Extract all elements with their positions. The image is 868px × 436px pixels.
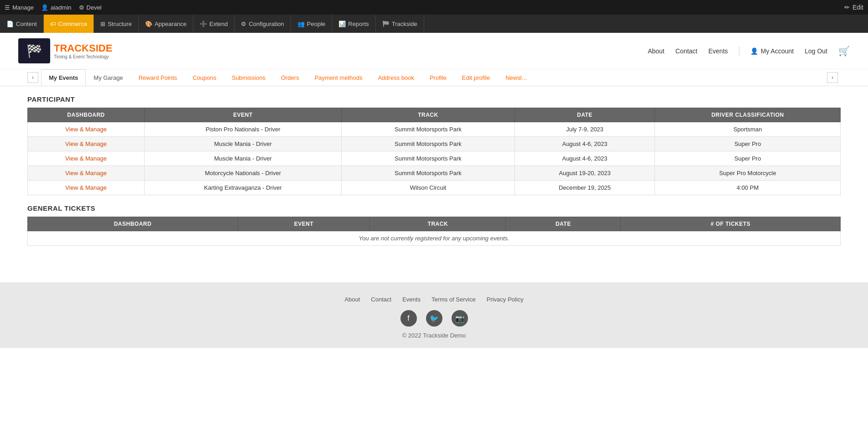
tab-my-events[interactable]: My Events bbox=[41, 69, 86, 86]
footer-about[interactable]: About bbox=[344, 296, 360, 303]
logout-link[interactable]: Log Out bbox=[805, 47, 827, 55]
footer-nav: About Contact Events Terms of Service Pr… bbox=[0, 296, 868, 303]
cart-icon[interactable]: 🛒 bbox=[838, 46, 850, 57]
view-manage-link[interactable]: View & Manage bbox=[65, 126, 107, 133]
view-manage-link[interactable]: View & Manage bbox=[65, 170, 107, 176]
nav-content[interactable]: 📄 Content bbox=[0, 15, 44, 33]
my-account-label: My Account bbox=[761, 47, 794, 55]
manage-menu[interactable]: ☰ Manage bbox=[5, 4, 34, 11]
pencil-icon: ✏ bbox=[844, 4, 850, 11]
date-cell: August 4-6, 2023 bbox=[515, 151, 655, 166]
footer-copyright: © 2022 Trackside Demo bbox=[0, 332, 868, 339]
tab-address-book[interactable]: Address book bbox=[370, 69, 422, 86]
logo-text: TRACKSIDE bbox=[54, 42, 112, 54]
nav-structure[interactable]: ⊞ Structure bbox=[94, 15, 139, 33]
table-row: View & Manage Karting Extravaganza - Dri… bbox=[28, 181, 841, 195]
tab-reward-points[interactable]: Reward Points bbox=[131, 69, 185, 86]
facebook-icon[interactable]: f bbox=[400, 310, 417, 327]
classification-cell: Super Pro bbox=[655, 151, 841, 166]
twitter-icon[interactable]: 🐦 bbox=[426, 310, 442, 327]
event-cell: Karting Extravaganza - Driver bbox=[145, 181, 342, 195]
tickets-header-dashboard: DASHBOARD bbox=[28, 217, 238, 231]
reports-icon: 📊 bbox=[338, 21, 346, 27]
nav-configuration[interactable]: ⚙ Configuration bbox=[234, 15, 291, 33]
date-cell: August 4-6, 2023 bbox=[515, 137, 655, 151]
nav-trackside[interactable]: 🏁 Trackside bbox=[376, 15, 424, 33]
view-manage-link[interactable]: View & Manage bbox=[65, 155, 107, 162]
event-cell: Muscle Mania - Driver bbox=[145, 137, 342, 151]
classification-cell: 4:00 PM bbox=[655, 181, 841, 195]
nav-events-link[interactable]: Events bbox=[708, 47, 728, 55]
classification-cell: Super Pro Motorcycle bbox=[655, 166, 841, 181]
tab-my-garage[interactable]: My Garage bbox=[86, 69, 130, 86]
account-tabs: My Events My Garage Reward Points Coupon… bbox=[41, 69, 827, 86]
track-cell: Summit Motorsports Park bbox=[342, 166, 515, 181]
user-menu[interactable]: 👤 aiadmin bbox=[41, 4, 72, 11]
configuration-icon: ⚙ bbox=[241, 21, 246, 27]
table-row: View & Manage Motorcycle Nationals - Dri… bbox=[28, 166, 841, 181]
participant-header-classification: DRIVER CLASSIFICATION bbox=[655, 108, 841, 122]
track-cell: Summit Motorsports Park bbox=[342, 122, 515, 137]
classification-cell: Super Pro bbox=[655, 137, 841, 151]
devel-icon: ⚙ bbox=[79, 4, 84, 11]
nav-appearance[interactable]: 🎨 Appearance bbox=[139, 15, 193, 33]
participant-header-event: EVENT bbox=[145, 108, 342, 122]
commerce-icon: 🏷 bbox=[50, 21, 56, 27]
general-tickets-section: GENERAL TICKETS DASHBOARD EVENT TRACK DA… bbox=[27, 204, 841, 246]
nav-about-link[interactable]: About bbox=[648, 47, 665, 55]
view-manage-link[interactable]: View & Manage bbox=[65, 184, 107, 191]
logo: 🏁 TRACKSIDE Timing & Event Technology bbox=[18, 38, 112, 63]
nav-commerce[interactable]: 🏷 Commerce bbox=[44, 15, 94, 33]
devel-menu[interactable]: ⚙ Devel bbox=[79, 4, 102, 11]
event-cell: Muscle Mania - Driver bbox=[145, 151, 342, 166]
event-cell: Piston Pro Nationals - Driver bbox=[145, 122, 342, 137]
nav-people[interactable]: 👥 People bbox=[291, 15, 332, 33]
tab-edit-profile[interactable]: Edit profile bbox=[454, 69, 498, 86]
classification-cell: Sportsman bbox=[655, 122, 841, 137]
instagram-icon[interactable]: 📷 bbox=[452, 310, 468, 327]
menu-icon: ☰ bbox=[5, 4, 10, 11]
participant-header-date: DATE bbox=[515, 108, 655, 122]
tab-orders[interactable]: Orders bbox=[273, 69, 307, 86]
participant-table: DASHBOARD EVENT TRACK DATE DRIVER CLASSI… bbox=[27, 108, 841, 195]
edit-label[interactable]: Edit bbox=[852, 4, 863, 11]
tab-payment-methods[interactable]: Payment methods bbox=[307, 69, 370, 86]
nav-extend[interactable]: ➕ Extend bbox=[193, 15, 234, 33]
tickets-header-count: # OF TICKETS bbox=[621, 217, 841, 231]
track-cell: Wilson Circuit bbox=[342, 181, 515, 195]
footer-tos[interactable]: Terms of Service bbox=[431, 296, 476, 303]
footer-social: f 🐦 📷 bbox=[0, 310, 868, 327]
footer-events[interactable]: Events bbox=[402, 296, 421, 303]
header-nav: About Contact Events 👤 My Account Log Ou… bbox=[648, 46, 850, 57]
footer-contact[interactable]: Contact bbox=[371, 296, 391, 303]
nav-separator bbox=[739, 47, 739, 56]
trackside-icon: 🏁 bbox=[382, 21, 390, 27]
account-tabs-container: ‹ My Events My Garage Reward Points Coup… bbox=[0, 69, 868, 86]
participant-header-dashboard: DASHBOARD bbox=[28, 108, 145, 122]
my-account-nav[interactable]: 👤 My Account bbox=[750, 47, 794, 55]
footer-privacy[interactable]: Privacy Policy bbox=[487, 296, 524, 303]
table-row: View & Manage Muscle Mania - Driver Summ… bbox=[28, 137, 841, 151]
appearance-icon: 🎨 bbox=[145, 21, 152, 27]
tab-next-arrow[interactable]: › bbox=[827, 72, 838, 83]
user-icon: 👤 bbox=[41, 4, 48, 11]
view-manage-link[interactable]: View & Manage bbox=[65, 140, 107, 147]
table-row: View & Manage Muscle Mania - Driver Summ… bbox=[28, 151, 841, 166]
tickets-header-event: EVENT bbox=[238, 217, 369, 231]
date-cell: July 7-9, 2023 bbox=[515, 122, 655, 137]
site-footer: About Contact Events Terms of Service Pr… bbox=[0, 282, 868, 348]
tab-submissions[interactable]: Submissions bbox=[224, 69, 273, 86]
people-icon: 👥 bbox=[297, 21, 305, 27]
tab-newsletter[interactable]: Newsl… bbox=[498, 69, 535, 86]
date-cell: December 19, 2025 bbox=[515, 181, 655, 195]
participant-section: PARTICIPANT DASHBOARD EVENT TRACK DATE D… bbox=[27, 95, 841, 195]
tab-prev-arrow[interactable]: ‹ bbox=[27, 72, 38, 83]
nav-reports[interactable]: 📊 Reports bbox=[332, 15, 376, 33]
date-cell: August 19-20, 2023 bbox=[515, 166, 655, 181]
tab-coupons[interactable]: Coupons bbox=[185, 69, 224, 86]
nav-bar: 📄 Content 🏷 Commerce ⊞ Structure 🎨 Appea… bbox=[0, 15, 868, 33]
tab-profile[interactable]: Profile bbox=[422, 69, 454, 86]
track-cell: Summit Motorsports Park bbox=[342, 137, 515, 151]
nav-contact-link[interactable]: Contact bbox=[676, 47, 697, 55]
empty-message: You are not currently registered for any… bbox=[28, 231, 841, 246]
